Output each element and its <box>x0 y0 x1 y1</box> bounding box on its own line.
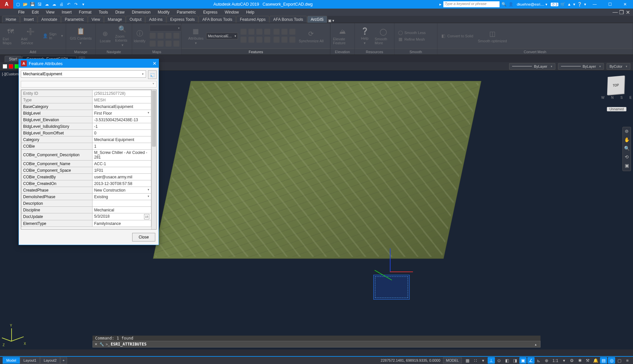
navigation-bar[interactable]: ⊚ ✋ 🔍 ⟲ ▣ <box>622 127 631 171</box>
maps-combo[interactable]: ▾ <box>150 25 181 31</box>
attr-value[interactable]: M_Screw Chiller - Air Cooled - 281 <box>93 150 151 161</box>
attr-value[interactable]: 1F01 <box>93 167 151 174</box>
attr-value[interactable]: Existing▾ <box>93 194 151 200</box>
tab-output[interactable]: Output <box>126 16 145 23</box>
add-layout-button[interactable]: + <box>60 357 67 364</box>
elevate-button[interactable]: ⛰Elevate Feature <box>333 27 352 45</box>
menu-draw[interactable]: Draw <box>112 9 128 15</box>
convert-solid-button[interactable]: ◧Convert to Solid <box>441 33 473 39</box>
search-input[interactable]: Type a keyword or phrase <box>443 1 500 7</box>
attr-value[interactable]: New Construction▾ <box>93 187 151 194</box>
dialog-scrollbar[interactable] <box>151 90 156 229</box>
attr-value[interactable]: 5/3/201815 <box>93 213 151 220</box>
tab-annotate[interactable]: Annotate <box>38 16 61 23</box>
cart-icon[interactable]: 🛒 <box>560 2 565 7</box>
annotation-icon[interactable]: ✱ <box>576 357 583 364</box>
calendar-icon[interactable]: 15 <box>144 214 149 219</box>
account-icon[interactable]: 👤 <box>508 2 513 7</box>
dynamic-input-icon[interactable]: ⊕ <box>543 357 550 364</box>
doc-close-icon[interactable]: ✕ <box>626 9 631 15</box>
menu-file[interactable]: File <box>15 9 28 15</box>
chevron-down-icon[interactable]: ▾ <box>148 188 149 191</box>
map-tool-icon[interactable] <box>158 41 164 47</box>
selected-equipment[interactable] <box>373 275 410 300</box>
map-tool-icon[interactable] <box>166 33 171 39</box>
tab-insert[interactable]: Insert <box>20 16 37 23</box>
feature-layer-combo[interactable]: MechanicalE...▾ <box>206 33 238 39</box>
map-tool-icon[interactable] <box>166 41 171 47</box>
menu-format[interactable]: Format <box>76 9 95 15</box>
feature-tool-icon[interactable] <box>248 37 254 43</box>
tab-addins[interactable]: Add-ins <box>145 16 166 23</box>
attr-value[interactable]: -3.53150042542438E-13 <box>93 117 151 123</box>
gear-icon[interactable]: ⚙ <box>568 357 576 364</box>
attr-value[interactable]: MechanicalEquipment <box>93 103 151 110</box>
print-icon[interactable]: 🖨 <box>59 2 64 7</box>
feature-tool-icon[interactable] <box>289 29 295 35</box>
grid-icon[interactable]: ▦ <box>464 357 471 364</box>
menu-help[interactable]: Help <box>243 9 258 15</box>
feature-tool-icon[interactable] <box>248 29 254 35</box>
tab-afa2[interactable]: AFA Bonus Tools <box>270 16 307 23</box>
add-service-button[interactable]: ➕Add Service <box>21 27 40 45</box>
undo-icon[interactable]: ↶ <box>66 2 71 7</box>
locate-button[interactable]: ⊕Locate <box>98 29 113 43</box>
attribute-layer-combo[interactable]: MechanicalEquipment▾ <box>21 70 146 78</box>
minimize-button[interactable]: — <box>588 0 601 9</box>
workspace-icon[interactable]: ⚒ <box>584 357 591 364</box>
attr-value[interactable]: FamilyInstance <box>93 220 151 227</box>
synchronize-button[interactable]: ⟳Synchronize All <box>299 29 323 43</box>
attribute-filter-combo[interactable]: ▾ <box>21 81 157 88</box>
tab-arcgis[interactable]: ArcGIS <box>307 16 327 23</box>
maximize-button[interactable]: ☐ <box>603 0 616 9</box>
attr-value[interactable]: user@usace.army.mil <box>93 174 151 180</box>
view-name-badge[interactable]: Unnamed <box>607 107 626 111</box>
attr-value[interactable] <box>93 200 151 207</box>
menu-tools[interactable]: Tools <box>95 9 111 15</box>
chevron-down-icon[interactable]: ▾ <box>148 195 149 198</box>
map-tool-icon[interactable] <box>173 41 179 47</box>
3dosnap-icon[interactable]: ▣ <box>519 357 527 364</box>
open-icon[interactable]: 📂 <box>22 2 28 7</box>
ribbon-toggle-button[interactable]: ▣ ▾ <box>327 18 335 23</box>
menu-view[interactable]: View <box>43 9 58 15</box>
dialog-close-button[interactable]: ✕ <box>153 61 157 66</box>
compass[interactable]: WNSE <box>601 96 632 102</box>
new-icon[interactable]: ▢ <box>15 2 20 7</box>
menu-express[interactable]: Express <box>200 9 221 15</box>
feature-tool-icon[interactable] <box>264 29 270 35</box>
smooth-optimized-button[interactable]: ◫Smooth optimized <box>478 29 507 43</box>
command-line[interactable]: ✕ 🔧 >_ ▴ <box>93 341 540 347</box>
menu-insert[interactable]: Insert <box>58 9 75 15</box>
tab-afa1[interactable]: AFA Bonus Tools <box>199 16 236 23</box>
attr-value[interactable]: 2013-12-30T08:57:58 <box>93 180 151 187</box>
tab-view[interactable]: View <box>88 16 104 23</box>
lineweight-combo[interactable]: ByLayer▾ <box>558 63 604 70</box>
dropdown-icon[interactable]: ▾ <box>573 2 575 7</box>
attr-value[interactable]: 1 <box>93 143 151 150</box>
smooth-less-button[interactable]: ◯Smooth Less <box>398 30 426 35</box>
scale-dropdown-icon[interactable]: ▾ <box>560 357 568 364</box>
attributes-button[interactable]: ▦Attributes ▾ <box>188 26 204 45</box>
zoom-icon[interactable]: 🔍 <box>623 146 630 152</box>
monitor-icon[interactable]: 🔔 <box>592 357 599 364</box>
feature-tool-icon[interactable] <box>241 37 246 43</box>
isolate-icon[interactable]: ◎ <box>608 357 615 364</box>
map-tool-icon[interactable] <box>173 33 179 39</box>
notification-badge[interactable]: ⏱ 3 <box>551 3 559 6</box>
help-icon[interactable]: ❔ <box>577 2 582 7</box>
tab-home[interactable]: Home <box>2 16 20 23</box>
sign-in-button[interactable]: 👤Sign In ▾ <box>43 32 63 40</box>
app-logo[interactable]: A <box>0 0 13 9</box>
tab-featured[interactable]: Featured Apps <box>236 16 269 23</box>
map-tool-icon[interactable] <box>150 41 156 47</box>
exchange-icon[interactable]: ▲ <box>567 2 571 7</box>
full-nav-wheel-icon[interactable]: ⊚ <box>623 128 630 135</box>
select-entity-button[interactable]: ⬚↖ <box>148 70 157 79</box>
help-dropdown-icon[interactable]: ▾ <box>584 2 586 7</box>
search-icon[interactable]: 🔍 <box>502 2 506 7</box>
layout-tab-1[interactable]: Layout1 <box>20 357 40 364</box>
snap-icon[interactable]: ∷ <box>472 357 479 364</box>
command-input[interactable] <box>111 342 535 346</box>
attr-value[interactable]: Mechanical <box>93 207 151 213</box>
